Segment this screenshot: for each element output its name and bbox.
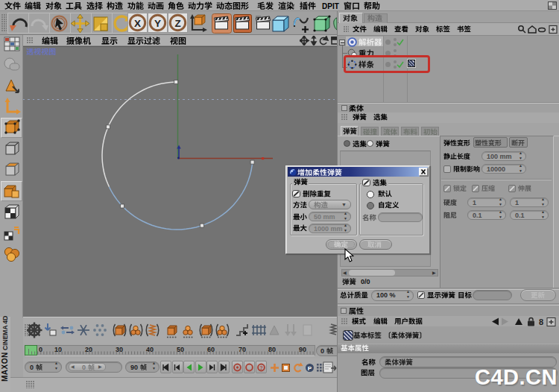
svg-text:8: 8	[539, 317, 543, 326]
svg-text:X: X	[134, 18, 141, 29]
svg-text:P: P	[308, 365, 312, 372]
svg-text:?: ?	[259, 364, 263, 371]
svg-text:Z: Z	[174, 18, 180, 29]
svg-text:Y: Y	[154, 18, 161, 29]
